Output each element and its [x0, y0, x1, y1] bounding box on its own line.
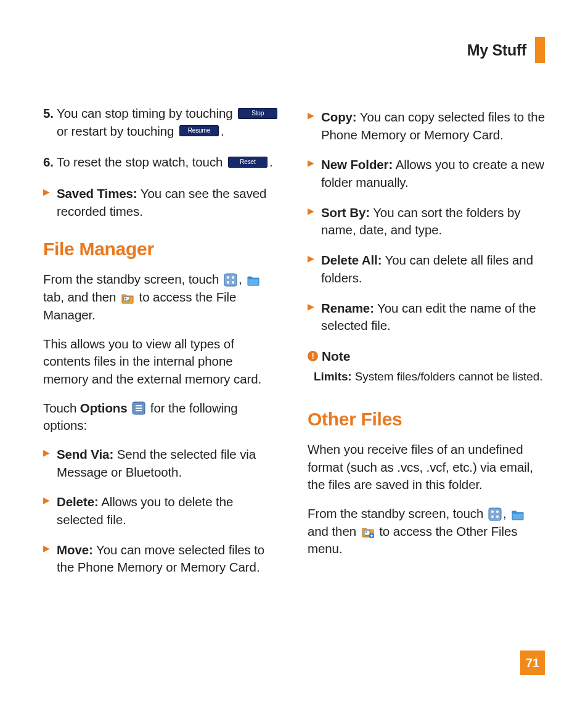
step-text: or restart by touching [57, 124, 178, 138]
note-title: Note [322, 347, 350, 365]
heading-other-files: Other Files [308, 406, 545, 432]
file-manager-desc: This allows you to view all types of con… [43, 335, 280, 388]
text-fragment: tab, and then [43, 290, 120, 304]
note-body: Limits: System files/folders cannot be l… [308, 369, 545, 385]
reset-button[interactable]: Reset [228, 157, 267, 168]
opt-send-via: Send Via: Send the selected file via Mes… [43, 446, 280, 481]
left-column: 5. You can stop timing by touching Stop … [43, 105, 280, 589]
note-text: System files/folders cannot be listed. [352, 370, 543, 383]
note-block: ! Note Limits: System files/folders cann… [308, 347, 545, 385]
right-column: Copy: You can copy selected files to the… [308, 105, 545, 589]
item-label: Sort By: [321, 205, 370, 220]
file-manager-options-cont: Copy: You can copy selected files to the… [308, 109, 545, 335]
item-label: Copy: [321, 110, 357, 124]
opt-rename: Rename: You can edit the name of the sel… [308, 300, 545, 335]
page-header-title: My Stuff [467, 41, 526, 59]
stop-button[interactable]: Stop [238, 108, 277, 119]
step-6: 6. To reset the stop watch, touch Reset. [43, 154, 280, 171]
text-fragment: , [503, 506, 510, 520]
other-files-icon [361, 525, 375, 538]
heading-file-manager: File Manager [43, 236, 280, 262]
note-label: Limits: [314, 370, 352, 383]
step-text: . [221, 124, 224, 138]
other-files-desc: When you receive files of an undefined f… [308, 441, 545, 494]
file-manager-icon [121, 291, 134, 305]
list-item-saved-times: Saved Times: You can see the saved recor… [43, 185, 280, 220]
opt-new-folder: New Folder: Allows you to create a new f… [308, 156, 545, 191]
apps-icon [224, 273, 237, 287]
note-heading: ! Note [308, 347, 545, 365]
item-label: New Folder: [321, 157, 393, 171]
other-files-nav: From the standby screen, touch , and the… [308, 505, 545, 558]
step-text: You can stop timing by touching [57, 106, 236, 120]
document-page: My Stuff 5. You can stop timing by touch… [0, 0, 588, 706]
opt-sort-by: Sort By: You can sort the folders by nam… [308, 204, 545, 239]
opt-delete: Delete: Allows you to delete the selecte… [43, 493, 280, 528]
item-label: Delete: [57, 495, 99, 509]
file-manager-intro: From the standby screen, touch , tab, an… [43, 271, 280, 324]
options-intro: Touch Options for the following options: [43, 400, 280, 435]
options-menu-icon [132, 401, 145, 415]
folder-icon [247, 273, 260, 287]
note-alert-icon: ! [308, 351, 318, 361]
step-text: To reset the stop watch, touch [57, 155, 226, 169]
resume-button[interactable]: Resume [179, 125, 219, 136]
text-fragment: From the standby screen, touch [308, 506, 487, 520]
text-fragment: , [239, 272, 245, 286]
item-label: Saved Times: [57, 186, 137, 200]
item-label: Send Via: [57, 447, 113, 461]
apps-icon [488, 507, 502, 521]
item-label: Move: [57, 543, 93, 557]
file-manager-options: Send Via: Send the selected file via Mes… [43, 446, 280, 577]
step-number: 6. [43, 154, 54, 171]
stopwatch-steps: 5. You can stop timing by touching Stop … [43, 105, 280, 171]
step-text: . [269, 155, 273, 169]
opt-delete-all: Delete All: You can delete all files and… [308, 252, 545, 287]
opt-move: Move: You can move selected files to the… [43, 541, 280, 577]
two-column-layout: 5. You can stop timing by touching Stop … [43, 105, 545, 589]
step-number: 5. [43, 105, 54, 123]
item-label: Rename: [321, 301, 374, 315]
options-label: Options [80, 401, 128, 415]
header-accent-bar [535, 37, 545, 63]
item-label: Delete All: [321, 253, 382, 267]
folder-icon [511, 507, 525, 521]
step-5: 5. You can stop timing by touching Stop … [43, 105, 280, 140]
text-fragment: Touch [43, 401, 80, 415]
text-fragment: and then [308, 524, 360, 538]
text-fragment: From the standby screen, touch [43, 272, 223, 286]
page-number-badge: 71 [520, 651, 545, 675]
opt-copy: Copy: You can copy selected files to the… [308, 109, 545, 144]
saved-times-list: Saved Times: You can see the saved recor… [43, 185, 280, 220]
page-header: My Stuff [467, 37, 545, 63]
